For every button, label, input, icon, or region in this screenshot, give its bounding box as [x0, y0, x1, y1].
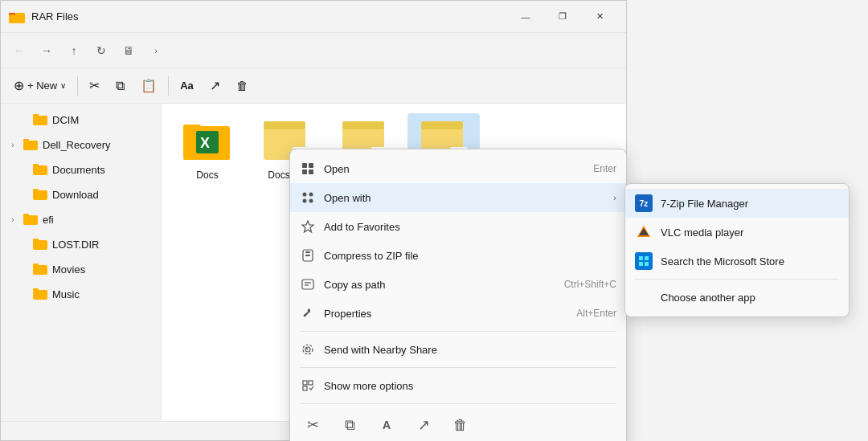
maximize-button[interactable]: ❐ — [544, 5, 581, 29]
breadcrumb-arrow[interactable]: › — [144, 39, 168, 63]
menu-item-open-with[interactable]: Open with › 7z 7-Zip File Manager VLC me… — [290, 183, 626, 212]
svg-rect-45 — [645, 256, 649, 260]
back-button[interactable]: ← — [7, 39, 31, 63]
expand-icon — [300, 378, 316, 394]
vlc-label: VLC media player — [661, 227, 743, 239]
sidebar-item-dell[interactable]: › Dell_Recovery — [4, 133, 158, 157]
copy-button[interactable]: ⧉ — [109, 76, 131, 96]
cut-icon-btn[interactable]: ✂ — [300, 412, 326, 438]
msstore-icon — [635, 252, 653, 270]
store-svg — [638, 255, 649, 267]
path-icon — [300, 276, 316, 292]
sidebar-item-lostdir[interactable]: LOST.DIR — [4, 232, 158, 256]
window-title: RAR Files — [31, 10, 507, 22]
sidebar-item-efi[interactable]: › efi — [4, 207, 158, 231]
delete-icon-btn[interactable]: 🗑 — [448, 412, 473, 438]
copy-icon-btn[interactable]: ⧉ — [337, 412, 362, 438]
svg-marker-48 — [302, 221, 313, 232]
svg-rect-59 — [309, 381, 313, 385]
svg-rect-50 — [305, 251, 310, 253]
menu-item-open[interactable]: Open Enter — [290, 154, 626, 183]
svg-rect-14 — [23, 214, 29, 217]
svg-point-39 — [303, 199, 307, 203]
copy-icon: ⧉ — [116, 79, 125, 93]
file-item-docs[interactable]: X Docs — [171, 113, 244, 186]
menu-item-properties[interactable]: Properties Alt+Enter — [290, 299, 626, 328]
sidebar-item-music[interactable]: Music — [4, 282, 158, 306]
open-shortcut: Enter — [593, 163, 616, 174]
submenu-7zip[interactable]: 7z 7-Zip File Manager — [625, 189, 849, 218]
svg-point-40 — [309, 199, 313, 203]
paste-button[interactable]: 📋 — [134, 75, 163, 96]
folder-icon — [33, 114, 47, 125]
close-button[interactable]: ✕ — [581, 5, 618, 29]
properties-label: Properties — [324, 308, 568, 320]
choose-app-label: Choose another app — [661, 292, 755, 304]
delete-button[interactable]: 🗑 — [230, 76, 255, 96]
cut-button[interactable]: ✂ — [83, 75, 106, 96]
svg-rect-20 — [33, 288, 39, 292]
svg-point-37 — [303, 193, 307, 197]
share-button[interactable]: ↗ — [203, 75, 227, 96]
address-display-button[interactable]: 🖥 — [117, 39, 141, 63]
svg-line-57 — [306, 348, 308, 349]
toolbar-separator-1 — [77, 76, 78, 96]
star-icon — [300, 218, 316, 235]
sidebar-item-movies[interactable]: Movies — [4, 257, 158, 281]
svg-rect-12 — [33, 189, 39, 192]
compress-svg — [301, 249, 314, 262]
menu-item-compress-zip[interactable]: Compress to ZIP file — [290, 241, 626, 270]
nearby-svg — [301, 343, 314, 356]
open-with-icon — [300, 190, 316, 206]
menu-item-copy-path[interactable]: Copy as path Ctrl+Shift+C — [290, 270, 626, 299]
sidebar-label-efi: efi — [43, 214, 151, 226]
new-button[interactable]: ⊕ + New ∨ — [7, 75, 72, 96]
submenu-separator — [635, 279, 839, 280]
submenu-vlc[interactable]: VLC media player — [625, 218, 849, 247]
svg-rect-5 — [33, 116, 47, 124]
arrow-placeholder — [17, 189, 28, 200]
sidebar-label-dell: Dell_Recovery — [43, 139, 151, 151]
sidebar-item-dcim[interactable]: DCIM — [4, 108, 158, 132]
submenu-msstore[interactable]: Search the Microsoft Store — [625, 247, 849, 276]
address-bar: ← → ↑ ↻ 🖥 › — [1, 33, 626, 68]
up-button[interactable]: ↑ — [62, 39, 86, 63]
menu-item-more-options[interactable]: Show more options — [290, 371, 626, 400]
svg-text:X: X — [200, 135, 210, 151]
sidebar-item-documents[interactable]: Documents — [4, 157, 158, 182]
menu-item-nearby-share[interactable]: Send with Nearby Share — [290, 335, 626, 364]
add-favorites-label: Add to Favorites — [324, 221, 616, 233]
menu-separator-3 — [300, 403, 616, 404]
copy-path-label: Copy as path — [324, 279, 556, 291]
svg-rect-46 — [639, 262, 643, 266]
svg-rect-43 — [641, 235, 646, 237]
folder-icon-docs: X — [183, 118, 231, 166]
open-label: Open — [324, 163, 585, 175]
refresh-button[interactable]: ↻ — [89, 39, 113, 63]
copy-path-shortcut: Ctrl+Shift+C — [564, 279, 616, 290]
share-icon-btn[interactable]: ↗ — [411, 412, 436, 438]
arrow-placeholder — [17, 263, 28, 275]
properties-shortcut: Alt+Enter — [576, 308, 616, 319]
menu-separator-1 — [300, 331, 616, 332]
new-label: + New — [27, 80, 57, 92]
open-with-arrow: › — [613, 193, 616, 202]
open-icon — [300, 161, 316, 177]
submenu-choose-app[interactable]: Choose another app — [625, 283, 849, 312]
folder-icon — [33, 164, 47, 175]
title-folder-icon — [9, 9, 25, 25]
svg-rect-33 — [302, 163, 307, 168]
folder-icon — [33, 189, 47, 200]
forward-button[interactable]: → — [35, 39, 59, 63]
file-name-docs: Docs — [196, 169, 218, 181]
sidebar-item-download[interactable]: Download — [4, 182, 158, 206]
rename-icon-btn[interactable]: A — [374, 412, 399, 438]
rename-button[interactable]: Aa — [174, 76, 200, 95]
menu-item-add-favorites[interactable]: Add to Favorites — [290, 212, 626, 241]
toolbar-separator-2 — [168, 76, 169, 96]
wrench-svg — [301, 307, 314, 320]
wrench-icon — [300, 305, 316, 321]
svg-rect-47 — [645, 262, 649, 266]
folder-svg: X — [183, 118, 231, 162]
minimize-button[interactable]: — — [507, 5, 544, 29]
